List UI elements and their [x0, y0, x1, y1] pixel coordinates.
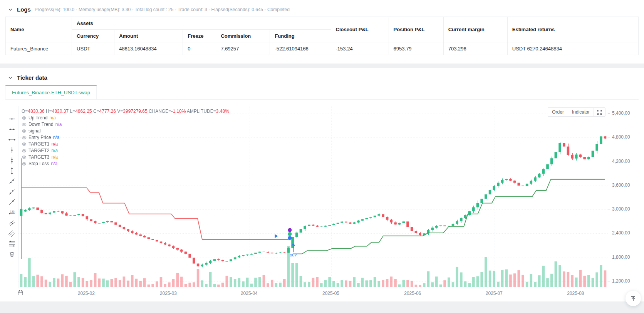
- time-axis-label: 2025-03: [160, 291, 177, 296]
- price-channel-icon[interactable]: [7, 229, 17, 238]
- cell-funding: -522.61094166: [270, 42, 331, 55]
- legend-value: n/a: [51, 147, 58, 154]
- legend-row: TARGET2n/a: [22, 147, 229, 154]
- eye-visibility-icon[interactable]: [22, 135, 27, 140]
- eye-visibility-icon[interactable]: [22, 148, 27, 153]
- ticker-data-section: Ticker data Futures_Binance.ETH_USDT.swa…: [0, 68, 644, 301]
- cell-position-pnl: 6953.79: [389, 42, 443, 55]
- time-axis-label: 2025-02: [78, 291, 95, 296]
- drawing-toolbar: 123: [5, 106, 18, 288]
- legend-value: n/a: [53, 134, 60, 141]
- legend-row: Stop Lossn/a: [22, 161, 229, 167]
- straight-line-icon[interactable]: [7, 198, 17, 206]
- time-axis-label: 2025-08: [567, 291, 584, 296]
- price-axis: 5,400.004,800.004,200.003,600.003,000.00…: [608, 106, 639, 288]
- col-header-closeout-pnl: Closeout P&L: [331, 17, 389, 42]
- price-axis-label: 4,200.00: [608, 159, 630, 164]
- eye-visibility-icon[interactable]: [22, 129, 27, 134]
- vertical-ray-icon[interactable]: [7, 146, 17, 154]
- price-axis-label: 3,600.00: [608, 182, 630, 188]
- legend-value: n/a: [49, 115, 56, 121]
- legend-label: Up Trend: [29, 115, 47, 121]
- fibonacci-retracement-icon[interactable]: [7, 239, 17, 248]
- chart-button-group: Order Indicator: [548, 107, 605, 117]
- legend-row: Entry Pricen/a: [22, 134, 229, 141]
- legend-label: TARGET3: [29, 154, 49, 161]
- legend-label: Down Trend: [29, 121, 54, 128]
- legend-label: Entry Price: [29, 134, 51, 141]
- price-axis-label: 1,800.00: [608, 254, 630, 260]
- segment-line-icon[interactable]: [7, 177, 17, 186]
- time-axis-label: 2025-05: [322, 291, 339, 296]
- logs-header: Logs Progress(%): 100.0 - Memory usage(M…: [5, 5, 639, 17]
- price-axis-label: 1,200.00: [608, 278, 630, 284]
- cell-freeze: 0: [183, 42, 216, 55]
- ray-line-icon[interactable]: [7, 187, 17, 196]
- col-header-position-pnl: Position P&L: [389, 17, 443, 42]
- cell-currency: USDT: [72, 42, 114, 55]
- legend-value: n/a: [55, 121, 62, 128]
- horizontal-line-icon[interactable]: [7, 135, 17, 144]
- calendar-icon[interactable]: [18, 290, 23, 297]
- price-axis-label: 4,800.00: [608, 134, 630, 140]
- eye-visibility-icon[interactable]: [22, 122, 27, 127]
- time-axis: 2025-022025-032025-042025-052025-062025-…: [5, 288, 639, 298]
- time-axis-label: 2025-07: [486, 291, 503, 296]
- legend-value: n/a: [51, 141, 58, 147]
- tab-futures-binance-eth-usdt-swap[interactable]: Futures_Binance.ETH_USDT.swap: [5, 85, 97, 99]
- indicator-button[interactable]: Indicator: [568, 108, 594, 116]
- col-group-assets: Assets: [72, 17, 331, 30]
- legend-row: TARGET3n/a: [22, 154, 229, 161]
- legend-row: Down Trendn/a: [22, 121, 229, 128]
- legend-row: Up Trendn/a: [22, 115, 229, 121]
- time-axis-label: 2025-06: [404, 291, 421, 296]
- col-header-commission: Commission: [216, 30, 270, 42]
- table-row: Futures_Binance USDT 48613.16048834 0 7.…: [6, 42, 639, 55]
- order-button[interactable]: Order: [548, 108, 568, 116]
- logs-title: Logs: [17, 6, 31, 13]
- time-axis-label: 2025-04: [241, 291, 258, 296]
- logs-section: Logs Progress(%): 100.0 - Memory usage(M…: [0, 0, 644, 64]
- collapse-chevron-icon[interactable]: [8, 7, 13, 12]
- cell-estimated-returns: USDT 6270.24648834: [507, 42, 638, 55]
- legend-label: TARGET2: [29, 147, 49, 154]
- cell-amount: 48613.16048834: [114, 42, 183, 55]
- vertical-segment-icon[interactable]: [7, 156, 17, 165]
- price-label-icon[interactable]: 123: [7, 208, 17, 217]
- price-axis-label: 5,400.00: [608, 110, 630, 116]
- ticker-data-title: Ticker data: [17, 74, 47, 81]
- legend-label: Stop Loss: [29, 161, 49, 167]
- collapse-chevron-icon[interactable]: [8, 75, 13, 80]
- eye-visibility-icon[interactable]: [22, 161, 27, 166]
- svg-text:123: 123: [10, 210, 15, 213]
- legend-value: n/a: [51, 154, 58, 161]
- price-axis-label: 2,400.00: [608, 230, 630, 236]
- legend-row: signal: [22, 128, 229, 134]
- trash-icon[interactable]: [7, 249, 17, 258]
- assets-table: Name Assets Closeout P&L Position P&L Cu…: [5, 17, 639, 55]
- horizontal-segment-icon[interactable]: [7, 125, 17, 134]
- eye-visibility-icon[interactable]: [22, 142, 27, 147]
- cell-current-margin: 703.296: [443, 42, 507, 55]
- chart-overlay: O=4830.36 H=4830.37 L=4662.25 C=4777.26 …: [22, 108, 229, 167]
- col-header-funding: Funding: [270, 30, 331, 42]
- ticker-data-header: Ticker data: [5, 73, 639, 85]
- vertical-line-icon[interactable]: [7, 166, 17, 175]
- kline-chart: 123 O=4830.36 H=4830.37 L=4662.25 C=4777…: [5, 106, 639, 288]
- parallel-segment-icon[interactable]: [7, 218, 17, 227]
- col-header-current-margin: Current margin: [443, 17, 507, 42]
- legend-label: signal: [29, 128, 40, 134]
- horizontal-ray-icon[interactable]: [7, 114, 17, 123]
- back-to-top-button[interactable]: [626, 291, 641, 306]
- legend-value: n/a: [51, 161, 57, 167]
- eye-visibility-icon[interactable]: [22, 155, 27, 160]
- eye-visibility-icon[interactable]: [22, 115, 27, 121]
- logs-progress-summary: Progress(%): 100.0 - Memory usage(MB): 3…: [35, 7, 290, 12]
- cell-name: Futures_Binance: [6, 42, 72, 55]
- indicator-legend: Up Trendn/aDown Trendn/asignalEntry Pric…: [22, 115, 229, 167]
- legend-label: TARGET1: [29, 141, 49, 147]
- fullscreen-icon[interactable]: [594, 108, 605, 116]
- ticker-tabbar: Futures_Binance.ETH_USDT.swap: [5, 85, 639, 100]
- cell-commission: 7.69257: [216, 42, 270, 55]
- chart-pane: O=4830.36 H=4830.37 L=4662.25 C=4777.26 …: [18, 106, 608, 288]
